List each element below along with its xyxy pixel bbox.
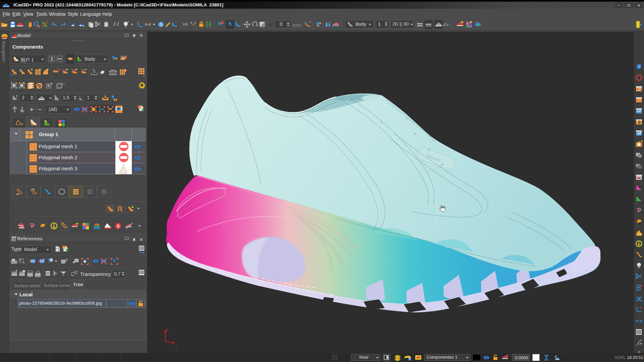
- svg-text:x2: x2: [62, 82, 65, 85]
- svg-text:z: z: [166, 327, 168, 331]
- svg-text:S: S: [506, 354, 508, 358]
- svg-text:x: x: [175, 344, 177, 348]
- svg-text:S: S: [117, 224, 120, 229]
